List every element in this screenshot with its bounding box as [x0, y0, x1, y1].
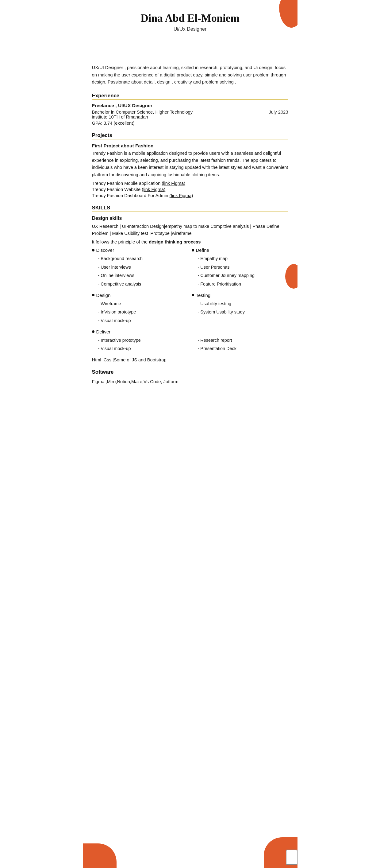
- list-item: User Personas: [198, 263, 288, 272]
- list-item: Visual mock-up: [98, 344, 188, 353]
- testing-header: Testing: [192, 292, 288, 298]
- bio-text: UX/UI Designer , passionate about learni…: [92, 64, 288, 86]
- deliver-right-list: Research report Presentation Deck: [198, 336, 288, 353]
- define-header: Define: [192, 247, 288, 253]
- project-description: Trendy Fashion is a mobile application d…: [92, 150, 288, 178]
- project-link-1-label: Trendy Fashion Mobile application: [92, 181, 162, 186]
- project-link-2-url[interactable]: (link Figma): [142, 187, 165, 192]
- deco-bottom-right: [264, 837, 298, 868]
- define-label: Define: [196, 247, 209, 253]
- design-skills-label: Design skills: [92, 216, 288, 221]
- list-item: Customer Journey mapping: [198, 272, 288, 280]
- project-link-2-label: Trendy Fashion Website: [92, 187, 142, 192]
- design-bullet: [92, 294, 95, 296]
- list-item: Interactive prototype: [98, 336, 188, 344]
- list-item: InVision prototype: [98, 308, 188, 316]
- list-item: Background research: [98, 254, 188, 263]
- discover-bullet: [92, 249, 95, 251]
- testing-list: Usability testing System Usability study: [198, 300, 288, 316]
- design-thinking-bold: design thinking process: [149, 240, 201, 244]
- software-section-title: Software: [92, 369, 288, 375]
- discover-col: Discover Background research User interv…: [92, 247, 188, 288]
- list-item: Feature Prioritisation: [198, 280, 288, 288]
- list-item: Empathy map: [198, 254, 288, 263]
- experience-role: Freelance , UI/UX Designer: [92, 103, 288, 108]
- experience-date: July 2023: [269, 110, 288, 115]
- project-link-1-url[interactable]: (link Figma): [162, 181, 185, 186]
- list-item: Presentation Deck: [198, 344, 288, 353]
- list-item: User interviews: [98, 263, 188, 272]
- testing-label: Testing: [196, 292, 211, 298]
- design-label: Design: [96, 292, 111, 298]
- person-title: Ui/Ux Designer: [92, 26, 288, 32]
- design-thinking-intro: It follows the principle of the design t…: [92, 240, 288, 244]
- skills-text: UX Research | UI-Interaction Design|empa…: [92, 223, 288, 237]
- define-col: Define Empathy map User Personas Custome…: [192, 247, 288, 288]
- education-line1: Bachelor in Computer Science, Higher Tec…: [92, 110, 193, 115]
- deco-phone-icon: [286, 849, 298, 865]
- deliver-bullet: [92, 330, 95, 333]
- education-line2: institute 10TH of Rmanadan: [92, 115, 148, 119]
- deliver-label: Deliver: [96, 329, 111, 334]
- projects-section-title: Projects: [92, 132, 288, 138]
- gpa-line: GPA: 3.74 (excellent): [92, 121, 288, 126]
- define-list: Empathy map User Personas Customer Journ…: [198, 254, 288, 288]
- list-item: Wireframe: [98, 300, 188, 308]
- design-testing-row: Design Wireframe InVision prototype Visu…: [92, 292, 288, 325]
- projects-divider: [92, 139, 288, 140]
- discover-header: Discover: [92, 247, 188, 253]
- deco-bottom-left: [83, 843, 116, 868]
- deliver-list: Interactive prototype Visual mock-up: [98, 336, 188, 353]
- design-list: Wireframe InVision prototype Visual mock…: [98, 300, 188, 325]
- software-text: Figma ,Miro,Notion,Maze,Vs Code, Jotform: [92, 379, 288, 384]
- deliver-header: Deliver: [92, 329, 188, 334]
- testing-bullet: [192, 294, 194, 296]
- discover-label: Discover: [96, 247, 114, 253]
- project-link-3: Trendy Fashion Dashboard For Admin (link…: [92, 193, 288, 198]
- list-item: Research report: [198, 336, 288, 344]
- software-divider: [92, 376, 288, 376]
- experience-section-title: Experience: [92, 93, 288, 99]
- skills-divider: [92, 212, 288, 212]
- define-bullet: [192, 249, 194, 251]
- list-item: Online interviews: [98, 272, 188, 280]
- project-link-2: Trendy Fashion Website (link Figma): [92, 187, 288, 192]
- experience-education-info: Bachelor in Computer Science, Higher Tec…: [92, 110, 264, 119]
- experience-education-row: Bachelor in Computer Science, Higher Tec…: [92, 110, 288, 119]
- design-col: Design Wireframe InVision prototype Visu…: [92, 292, 188, 325]
- list-item: Visual mock-up: [98, 316, 188, 325]
- resume-header: Dina Abd El-Moniem Ui/Ux Designer: [92, 12, 288, 32]
- list-item: Usability testing: [198, 300, 288, 308]
- project-link-1: Trendy Fashion Mobile application (link …: [92, 181, 288, 186]
- testing-col: Testing Usability testing System Usabili…: [192, 292, 288, 325]
- tech-skills-text: Html |Css |Some of JS and Bootstrap: [92, 358, 288, 362]
- deliver-col: Deliver Interactive prototype Visual moc…: [92, 329, 188, 353]
- project-link-3-url[interactable]: (link Figma): [170, 193, 193, 198]
- skills-section-title: SKILLS: [92, 205, 288, 211]
- design-header: Design: [92, 292, 188, 298]
- discover-list: Background research User interviews Onli…: [98, 254, 188, 288]
- deliver-row: Deliver Interactive prototype Visual moc…: [92, 329, 288, 353]
- project-link-3-label: Trendy Fashion Dashboard For Admin: [92, 193, 170, 198]
- experience-divider: [92, 99, 288, 100]
- project-title: First Project about Fashion: [92, 143, 288, 149]
- list-item: System Usability study: [198, 308, 288, 316]
- design-thinking-prefix: It follows the principle of the: [92, 240, 149, 244]
- list-item: Competitive anaiysis: [98, 280, 188, 288]
- deliver-right-col: Research report Presentation Deck: [192, 329, 288, 353]
- discover-define-row: Discover Background research User interv…: [92, 247, 288, 288]
- person-name: Dina Abd El-Moniem: [92, 12, 288, 25]
